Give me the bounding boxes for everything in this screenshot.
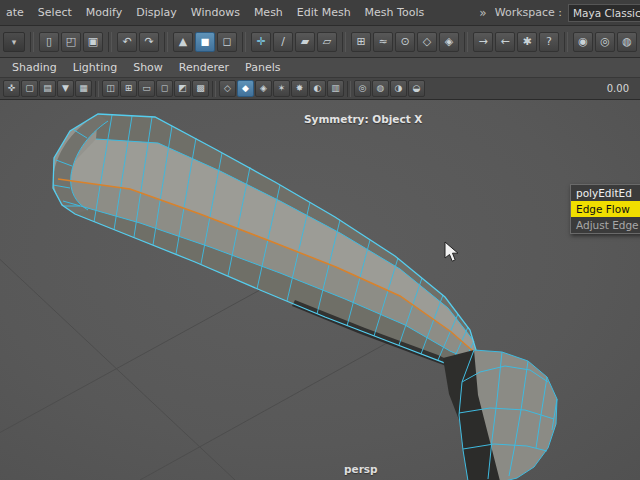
- mouse-cursor: [444, 241, 460, 263]
- menu-modify[interactable]: Modify: [79, 3, 129, 22]
- ipr-render-icon[interactable]: ◎: [595, 32, 615, 52]
- history-input-icon[interactable]: →: [473, 32, 493, 52]
- panel-toolbar-separator: [95, 81, 99, 97]
- render-settings-icon[interactable]: ◍: [617, 32, 637, 52]
- textured-mode-icon[interactable]: ◈: [255, 80, 272, 97]
- new-scene-icon[interactable]: ▯: [39, 32, 59, 52]
- panel-menu-lighting[interactable]: Lighting: [65, 59, 125, 76]
- select-object-mode-icon[interactable]: ◼: [195, 32, 215, 52]
- mask-hulls-icon[interactable]: ▱: [317, 32, 337, 52]
- toolbar-separator[interactable]: [108, 32, 112, 52]
- toolbar-separator[interactable]: [564, 32, 568, 52]
- camera-attributes-icon[interactable]: ▤: [39, 80, 56, 97]
- save-scene-icon[interactable]: ▣: [83, 32, 103, 52]
- toolbar-separator[interactable]: [342, 32, 346, 52]
- scene-3d-canvas[interactable]: [0, 100, 640, 480]
- bat-mesh[interactable]: [53, 114, 476, 371]
- mask-lines-icon[interactable]: ∕: [273, 32, 293, 52]
- grid-line: [0, 268, 300, 438]
- grid-toggle-icon[interactable]: ⊞: [120, 80, 137, 97]
- help-icon[interactable]: ?: [539, 32, 559, 52]
- field-chart-icon[interactable]: ▩: [192, 80, 209, 97]
- construction-history-icon[interactable]: ✱: [517, 32, 537, 52]
- snap-point-icon[interactable]: ⊙: [395, 32, 415, 52]
- isolate-select-icon[interactable]: ◎: [354, 80, 371, 97]
- undo-icon[interactable]: ↶: [117, 32, 137, 52]
- shadows-icon[interactable]: ✸: [291, 80, 308, 97]
- mask-faces-icon[interactable]: ▰: [295, 32, 315, 52]
- redo-icon[interactable]: ↷: [139, 32, 159, 52]
- knob-mesh[interactable]: [443, 350, 557, 480]
- select-component-mode-icon[interactable]: ◻: [217, 32, 237, 52]
- make-live-icon[interactable]: ◈: [439, 32, 459, 52]
- panel-menu-panels[interactable]: Panels: [237, 59, 288, 76]
- panel-menubar: Shading Lighting Show Renderer Panels: [0, 58, 640, 78]
- gamma-icon[interactable]: ◒: [408, 80, 425, 97]
- selection-mask-dropdown[interactable]: ▾: [3, 32, 25, 52]
- snap-plane-icon[interactable]: ◇: [417, 32, 437, 52]
- anti-aliasing-icon[interactable]: ▥: [327, 80, 344, 97]
- toolbar-separator[interactable]: [464, 32, 468, 52]
- toolbar-separator[interactable]: [242, 32, 246, 52]
- pin-icon[interactable]: ✜: [3, 80, 20, 97]
- menu-display[interactable]: Display: [129, 3, 184, 22]
- resolution-gate-icon[interactable]: ◻: [156, 80, 173, 97]
- gate-mask-icon[interactable]: ◩: [174, 80, 191, 97]
- camera-name-label[interactable]: persp: [344, 463, 378, 475]
- snap-grid-icon[interactable]: ⊞: [351, 32, 371, 52]
- main-menubar: ate Select Modify Display Windows Mesh E…: [0, 0, 640, 26]
- use-all-lights-icon[interactable]: ✶: [273, 80, 290, 97]
- panel-menu-show[interactable]: Show: [125, 59, 171, 76]
- panel-menu-renderer[interactable]: Renderer: [171, 59, 237, 76]
- snap-curve-icon[interactable]: ≈: [373, 32, 393, 52]
- render-icon[interactable]: ◉: [573, 32, 593, 52]
- panel-toolbar-separator: [347, 81, 351, 97]
- mask-points-icon[interactable]: ✛: [251, 32, 271, 52]
- menu-select[interactable]: Select: [31, 3, 79, 22]
- shaded-mode-icon[interactable]: ◆: [237, 80, 254, 97]
- popup-item-edge-flow[interactable]: Edge Flow: [571, 201, 640, 217]
- menu-create[interactable]: ate: [4, 3, 31, 22]
- menu-windows[interactable]: Windows: [184, 3, 247, 22]
- workspace-value: Maya Classic: [573, 7, 640, 19]
- menu-mesh-tools[interactable]: Mesh Tools: [358, 3, 432, 22]
- camera-select-icon[interactable]: ▢: [21, 80, 38, 97]
- menubar-right-group: » Workspace : Maya Classic: [477, 4, 636, 22]
- workspace-dropdown[interactable]: Maya Classic: [568, 4, 640, 22]
- maya-window: ate Select Modify Display Windows Mesh E…: [0, 0, 640, 480]
- grid-line: [0, 250, 235, 480]
- status-line-toolbar: ▾ ▯ ◰ ▣ ↶ ↷ ▲ ◼ ◻ ✛ ∕ ▰ ▱ ⊞ ≈ ⊙ ◇ ◈ → ← …: [0, 26, 640, 58]
- xray-mode-icon[interactable]: ◍: [372, 80, 389, 97]
- menu-overflow-icon[interactable]: »: [477, 6, 488, 20]
- viewport-persp[interactable]: Symmetry: Object X persp polyEditEd Edge…: [0, 100, 640, 480]
- panel-toolbar: ✜ ▢ ▤ ▼ ▦ ◫ ⊞ ▭ ◻ ◩ ▩ ◇ ◆ ◈ ✶ ✸ ◐ ▥ ◎ ◍ …: [0, 78, 640, 100]
- panel-menu-shading[interactable]: Shading: [4, 59, 65, 76]
- workspace-label: Workspace :: [495, 6, 562, 19]
- popup-item-adjust-edge[interactable]: Adjust Edge: [571, 217, 640, 233]
- hud-symmetry-label: Symmetry: Object X: [304, 113, 422, 125]
- toolbar-separator[interactable]: [164, 32, 168, 52]
- edge-flow-popup: polyEditEd Edge Flow Adjust Edge: [570, 184, 640, 234]
- menu-mesh[interactable]: Mesh: [247, 3, 290, 22]
- image-plane-icon[interactable]: ▦: [75, 80, 92, 97]
- menu-edit-mesh[interactable]: Edit Mesh: [290, 3, 358, 22]
- popup-title: polyEditEd: [571, 185, 640, 201]
- bookmarks-icon[interactable]: ▼: [57, 80, 74, 97]
- history-output-icon[interactable]: ←: [495, 32, 515, 52]
- toolbar-separator[interactable]: [30, 32, 34, 52]
- open-scene-icon[interactable]: ◰: [61, 32, 81, 52]
- two-pane-layout-icon[interactable]: ◫: [102, 80, 119, 97]
- film-gate-icon[interactable]: ▭: [138, 80, 155, 97]
- exposure-icon[interactable]: ◑: [390, 80, 407, 97]
- wireframe-mode-icon[interactable]: ◇: [219, 80, 236, 97]
- panel-toolbar-separator: [212, 81, 216, 97]
- select-hierarchy-mode-icon[interactable]: ▲: [173, 32, 193, 52]
- ambient-occlusion-icon[interactable]: ◐: [309, 80, 326, 97]
- exposure-value[interactable]: 0.00: [607, 83, 637, 94]
